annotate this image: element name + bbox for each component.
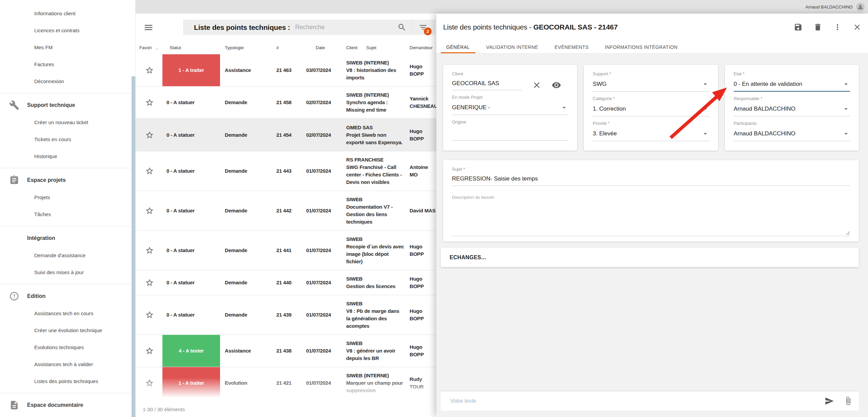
sidebar-section-espace-projets[interactable]: Espace projets — [0, 172, 135, 189]
attachment-icon[interactable] — [844, 396, 853, 405]
column-header-number[interactable]: # — [276, 45, 303, 50]
client-field-value[interactable]: GEOCORAIL SAS — [452, 80, 522, 90]
sidebar-item-projets[interactable]: Projets — [0, 189, 135, 206]
sidebar-item-evolutions-techniques[interactable]: Evolutions techniques — [0, 339, 135, 356]
table-row[interactable]: 0 - A statuerDemande21 45402/07/2024GMED… — [135, 119, 436, 151]
sidebar-section-edition[interactable]: Edition — [0, 288, 135, 305]
mode-projet-field-label: En mode Projet — [452, 95, 568, 100]
sidebar-item-factures[interactable]: Factures — [0, 56, 135, 73]
column-header-date[interactable]: Date — [306, 45, 343, 50]
list-title: Liste des points techniques : — [194, 23, 290, 32]
more-vert-button[interactable] — [830, 20, 845, 35]
search-icon[interactable] — [397, 23, 407, 32]
column-header-client[interactable]: Client — [346, 45, 357, 50]
sujet-field-value[interactable]: REGRESSION- Saisie des temps — [452, 175, 850, 186]
favori-star-icon[interactable] — [145, 246, 154, 255]
sidebar-item-assistances-tech-en-cours[interactable]: Assistances tech en cours — [0, 305, 135, 322]
favori-star-icon[interactable] — [145, 206, 154, 215]
chevron-down-icon[interactable] — [842, 80, 850, 88]
favori-star-icon[interactable] — [145, 346, 154, 355]
filter-button[interactable]: 2 — [418, 23, 428, 32]
delete-button[interactable] — [810, 20, 825, 35]
favori-star-icon[interactable] — [145, 66, 154, 75]
sidebar-item-mes-fm[interactable]: Mes FM — [0, 39, 135, 56]
origine-field-value[interactable] — [452, 131, 568, 137]
table-row[interactable]: 0 - A statuerDemande21 43901/07/2024SIWE… — [135, 295, 436, 335]
close-button[interactable] — [850, 20, 865, 35]
message-input[interactable] — [450, 398, 825, 404]
table-row[interactable]: 0 - A statuerDemande21 44201/07/2024SIWE… — [135, 191, 436, 231]
ticket-detail-panel: Liste des points techniques - GEOCORAIL … — [436, 14, 868, 417]
sidebar-item-assistances-tech-a-valider[interactable]: Assistances tech à valider — [0, 356, 135, 373]
table-row[interactable]: 0 - A statuerDemande21 44301/07/2024RS F… — [135, 151, 436, 191]
sidebar-divider — [0, 284, 135, 284]
send-icon[interactable] — [825, 396, 834, 406]
favori-star-icon[interactable] — [145, 310, 154, 319]
cell-statut: 1 - A traiter — [162, 367, 220, 399]
sidebar-item-suivi-des-mises-a-jour[interactable]: Suivi des mises à jour — [0, 264, 135, 281]
description-textarea[interactable] — [452, 200, 850, 231]
sidebar-item-historique[interactable]: Historique — [0, 148, 135, 165]
favori-star-icon[interactable] — [145, 98, 154, 107]
categorie-field-value[interactable]: 1. Correction — [593, 106, 701, 112]
table-row[interactable]: 1 - A traiterAssistance21 46303/07/2024S… — [135, 54, 436, 87]
sidebar-item-creer-un-nouveau-ticket[interactable]: Créer un nouveau ticket — [0, 114, 135, 131]
table-row[interactable]: 4 - A testerAssistance21 43801/07/2024SI… — [135, 335, 436, 367]
user-avatar[interactable] — [856, 3, 865, 11]
support-field-value[interactable]: SWG — [593, 81, 701, 88]
favori-star-icon[interactable] — [145, 167, 154, 175]
sidebar-item-demande-d-assistance[interactable]: Demande d'assistance — [0, 247, 135, 264]
column-header-statut[interactable]: Statut — [162, 45, 220, 50]
tab-evenements[interactable]: EVÈNEMENTS — [549, 41, 594, 53]
favori-star-icon[interactable] — [145, 379, 154, 387]
chevron-down-icon[interactable] — [560, 103, 568, 112]
favori-star-icon[interactable] — [145, 278, 154, 287]
priorite-field-value[interactable]: 3. Elevée — [593, 130, 701, 137]
column-header-more[interactable]: .. — [156, 45, 158, 50]
search-input[interactable] — [295, 23, 397, 31]
app-root: Arnaud BALDACCHINO Informations clientLi… — [0, 0, 868, 417]
chevron-down-icon[interactable] — [701, 80, 709, 88]
status-badge: 1 - A traiter — [162, 54, 220, 86]
sidebar-section-integration[interactable]: Intégration — [0, 230, 135, 247]
mode-projet-field-value[interactable]: GENERIQUE - — [452, 104, 560, 111]
table-row[interactable]: 0 - A statuerDemande21 45802/07/2024SIWE… — [135, 87, 436, 119]
clear-icon[interactable] — [532, 80, 541, 90]
sujet-field-label: Sujet * — [452, 167, 850, 172]
column-header-favori[interactable]: Favori — [139, 45, 152, 50]
chevron-down-icon[interactable] — [842, 105, 850, 113]
column-header-demandeur[interactable]: Demandeur — [407, 45, 436, 50]
sidebar-item-deconnexion[interactable]: Déconnexion — [0, 73, 135, 90]
sidebar-scrollbar[interactable] — [132, 76, 135, 417]
favori-star-icon[interactable] — [145, 131, 154, 139]
sidebar-section-support-technique[interactable]: Support technique — [0, 97, 135, 114]
tab-general[interactable]: GÉNÉRAL — [441, 41, 475, 53]
eye-icon[interactable] — [552, 80, 561, 90]
cell-typologie: Demande — [223, 202, 274, 219]
tab-validation-interne[interactable]: VALIDATION INTERNE — [481, 41, 544, 53]
table-row[interactable]: 0 - A statuerDemande21 44101/07/2024SIWE… — [135, 231, 436, 270]
participants-field-value[interactable]: Arnaud BALDACCHINO — [734, 130, 842, 137]
tab-informations-integration[interactable]: INFORMATIONS INTÉGRATION — [599, 41, 683, 53]
save-button[interactable] — [791, 20, 806, 35]
table-row[interactable]: 1 - A traiterEvolution21 42101/07/2024SI… — [135, 367, 436, 399]
resize-handle-icon[interactable] — [846, 231, 850, 235]
column-header-sujet[interactable]: Sujet — [366, 45, 376, 50]
sidebar-item-taches[interactable]: Tâches — [0, 206, 135, 223]
menu-icon[interactable] — [143, 22, 154, 33]
sidebar-item-informations-client[interactable]: Informations client — [0, 5, 135, 22]
responsable-field-value[interactable]: Arnaud BALDACCHINO — [734, 106, 842, 112]
cell-demandeur: Hugo BOPP — [407, 238, 436, 263]
sidebar-item-tickets-en-cours[interactable]: Tickets en cours — [0, 131, 135, 148]
sidebar-item-creer-une-evolution-technique[interactable]: Créer une évolution technique — [0, 322, 135, 339]
chevron-down-icon[interactable] — [842, 130, 850, 138]
sidebar-section-espace-documentaire[interactable]: Espace documentaire — [0, 397, 135, 414]
etat-field-value[interactable]: 0 - En attente de validation — [734, 81, 842, 88]
column-header-typologie[interactable]: Typologie — [223, 45, 274, 50]
chevron-down-icon[interactable] — [701, 105, 709, 113]
sidebar-item-listes-des-points-techniques[interactable]: Listes des points techniques — [0, 373, 135, 390]
echanges-section-header[interactable]: ECHANGES... — [441, 248, 859, 267]
table-row[interactable]: 0 - A statuerDemande21 44001/07/2024SIWE… — [135, 270, 436, 295]
chevron-down-icon[interactable] — [701, 130, 709, 138]
sidebar-item-licences-et-contrats[interactable]: Licences et contrats — [0, 22, 135, 39]
